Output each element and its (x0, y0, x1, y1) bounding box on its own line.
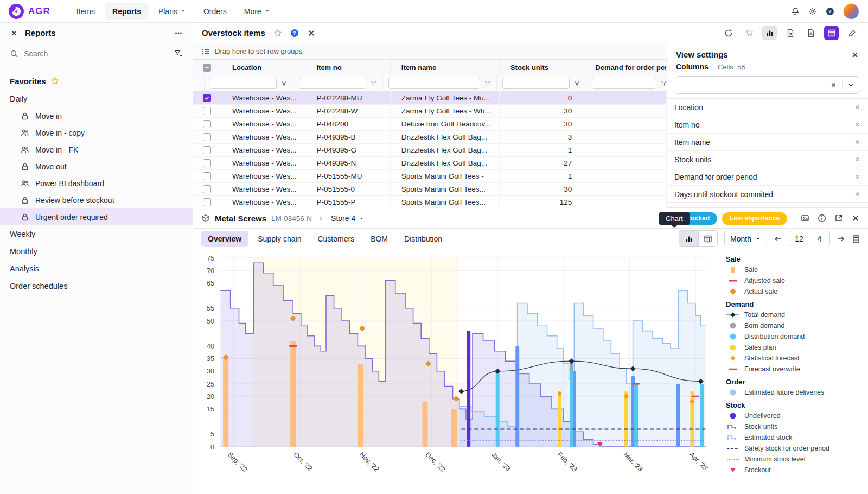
refresh-button[interactable] (721, 26, 736, 40)
table-row[interactable]: Warehouse - Wes...P-051555-0Sports Marti… (193, 183, 667, 196)
sidebar-section-daily[interactable]: Daily (0, 90, 193, 107)
sidebar-favorites[interactable]: Favorites (0, 72, 193, 90)
bar-chart-button[interactable] (762, 26, 777, 40)
help-button[interactable]: ? (826, 7, 834, 16)
table-view-button[interactable] (698, 231, 717, 246)
select-all-checkbox[interactable] (203, 64, 211, 72)
tab-supply-chain[interactable]: Supply chain (251, 231, 308, 247)
close-tab-button[interactable] (307, 29, 316, 37)
nav-item-plans[interactable]: Plans (151, 3, 194, 20)
close-sidebar-button[interactable] (10, 29, 18, 37)
file-export-button[interactable] (783, 26, 797, 40)
filter-input-item-no[interactable] (299, 78, 366, 89)
next-period-button[interactable] (837, 235, 845, 243)
row-group-dropzone[interactable]: Drag here to set row groups (193, 43, 667, 60)
column-header-location[interactable]: Location (221, 60, 305, 75)
table-row[interactable]: Warehouse - Wes...P-049395-NDrizzlestik … (193, 157, 667, 170)
column-header-item-no[interactable]: Item no (305, 60, 390, 75)
remove-column-button[interactable] (854, 156, 861, 163)
nav-item-reports[interactable]: Reports (105, 3, 149, 20)
combobox-clear-button[interactable] (830, 81, 837, 88)
file-report-button[interactable] (803, 26, 818, 40)
row-checkbox[interactable] (203, 120, 211, 128)
workspace-tab[interactable]: Overstock items ? (202, 28, 316, 37)
table-row[interactable]: Warehouse - Wes...P-049395-GDrizzlestik … (193, 144, 667, 157)
filter-menu-button-item-no[interactable] (370, 80, 377, 87)
calculator-button[interactable] (852, 235, 860, 243)
row-checkbox[interactable] (203, 94, 211, 102)
avatar[interactable] (843, 3, 859, 20)
row-checkbox[interactable] (203, 172, 211, 180)
columns-combobox[interactable] (675, 76, 860, 94)
filter-menu-button-location[interactable] (280, 80, 288, 87)
search-filter-button[interactable] (174, 49, 183, 58)
filter-menu-button-demand-for-order-period[interactable] (660, 80, 667, 87)
column-header-item-name[interactable]: Item name (391, 60, 500, 75)
combobox-caret-button[interactable] (847, 81, 854, 88)
filter-input-item-name[interactable] (388, 78, 480, 89)
column-header-demand-for-order-period[interactable]: Demand for order period (584, 60, 667, 75)
row-checkbox[interactable] (203, 198, 211, 206)
remove-column-button[interactable] (854, 138, 861, 145)
sidebar-section-weekly[interactable]: Weekly (0, 225, 193, 243)
row-checkbox[interactable] (203, 133, 211, 141)
item-info-button[interactable] (818, 214, 826, 223)
remove-column-button[interactable] (854, 173, 861, 180)
filter-input-demand-for-order-period[interactable] (592, 78, 656, 89)
row-checkbox[interactable] (203, 185, 211, 193)
column-field-item-no[interactable]: Item no (667, 116, 868, 134)
notifications-button[interactable] (791, 7, 800, 16)
sidebar-item-move-in-copy[interactable]: Move in - copy (0, 124, 193, 141)
chart-view-button[interactable] (679, 231, 698, 246)
sidebar-section-analysis[interactable]: Analysis (0, 260, 193, 277)
nav-item-items[interactable]: Items (69, 3, 103, 20)
cart-button[interactable] (742, 26, 756, 40)
close-view-settings-button[interactable] (851, 50, 859, 59)
filter-input-stock-units[interactable] (502, 78, 570, 89)
sidebar-item-urgent-order-required[interactable]: Urgent order required (0, 208, 193, 225)
tab-customers[interactable]: Customers (310, 231, 361, 247)
column-field-days-until-stockout-commited[interactable]: Days until stockout commited (667, 186, 868, 203)
column-field-stock-units[interactable]: Stock units (667, 151, 868, 168)
open-external-button[interactable] (834, 214, 843, 223)
remove-column-button[interactable] (854, 104, 861, 111)
row-checkbox[interactable] (203, 146, 211, 154)
period-count-input[interactable] (789, 231, 809, 246)
tab-distribution[interactable]: Distribution (397, 231, 449, 247)
table-row[interactable]: Warehouse - Wes...P-049395-BDrizzlestik … (193, 131, 667, 144)
prev-period-button[interactable] (774, 235, 782, 243)
column-field-item-name[interactable]: Item name (667, 134, 868, 151)
search-input[interactable] (24, 49, 169, 58)
row-checkbox[interactable] (203, 107, 211, 115)
column-header-stock-units[interactable]: Stock units (500, 60, 584, 75)
filter-input-location[interactable] (210, 78, 277, 89)
settings-button[interactable] (808, 7, 817, 16)
table-view-button[interactable] (824, 26, 839, 40)
sidebar-section-order-schedules[interactable]: Order schedules (0, 277, 193, 295)
table-row[interactable]: Warehouse - Wes...P-022288-WZarma Fly Go… (193, 105, 667, 118)
column-field-location[interactable]: Location (667, 99, 868, 116)
filter-menu-button-stock-units[interactable] (573, 80, 580, 87)
sidebar-item-power-bi-dashboard[interactable]: Power BI dashboard (0, 175, 193, 192)
table-row[interactable]: Warehouse - Wes...P-022288-MUZarma Fly G… (193, 92, 667, 105)
sidebar-item-move-out[interactable]: Move out (0, 158, 193, 175)
brand[interactable]: AGR (9, 4, 50, 19)
store-selector[interactable]: Store 4 (331, 214, 365, 223)
sidebar-item-move-in[interactable]: Move in (0, 107, 193, 124)
remove-column-button[interactable] (854, 191, 861, 198)
sidebar-item-review-before-stockout[interactable]: Review before stockout (0, 192, 193, 208)
row-checkbox[interactable] (203, 159, 211, 167)
filter-menu-button-item-name[interactable] (484, 80, 491, 87)
column-field-demand-for-order-period[interactable]: Demand for order period (667, 168, 868, 186)
sidebar-section-monthly[interactable]: Monthly (0, 243, 193, 260)
close-detail-button[interactable] (851, 214, 860, 223)
sidebar-item-move-in-fk[interactable]: Move in - FK (0, 141, 193, 158)
tab-bom[interactable]: BOM (363, 231, 395, 247)
item-image-button[interactable] (801, 214, 809, 223)
edit-button[interactable] (845, 26, 859, 40)
table-row[interactable]: Warehouse - Wes...P-051555-PSports Marti… (193, 196, 667, 208)
remove-column-button[interactable] (854, 121, 861, 128)
period-offset-input[interactable] (809, 231, 830, 246)
favorite-tab-button[interactable] (273, 29, 282, 37)
sidebar-more-button[interactable] (174, 29, 183, 37)
